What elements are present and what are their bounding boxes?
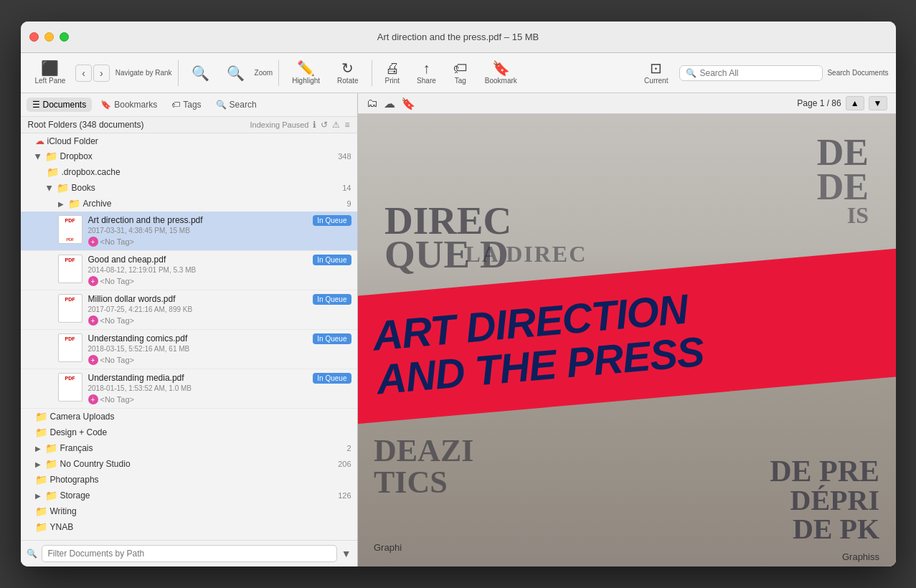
pdf-background: DIREC QUE D DE DE IS ART DIRECTION A [358,114,896,566]
tab-documents-label: Documents [43,100,87,110]
mag-deazi: DEAZI [374,435,473,467]
tab-search-label: Search [230,100,257,110]
filter-bar: 🔍 ▼ [21,540,357,566]
refresh-icon[interactable]: ↺ [321,120,328,130]
zoom-in-button[interactable]: 🔍 [219,63,252,83]
menu-icon[interactable]: ≡ [344,120,349,130]
current-icon: ⊡ [650,61,662,75]
rotate-icon: ↻ [341,61,354,75]
zoom-out-button[interactable]: 🔍 [184,63,217,83]
add-tag-button-0[interactable]: + [88,237,98,247]
share-button[interactable]: ↑ Share [410,58,443,87]
search-input[interactable] [699,68,816,78]
search-box: 🔍 [679,65,823,81]
highlight-button[interactable]: ✏️ Highlight [285,58,327,87]
tab-bookmarks[interactable]: 🔖 Bookmarks [95,98,163,112]
add-tag-button-3[interactable]: + [88,355,98,365]
page-down-button[interactable]: ▼ [869,96,887,110]
sidebar-item-books[interactable]: ▶ 📁 Books 14 [21,180,357,196]
pdf-item-4[interactable]: PDF Understanding media.pdf 2018-01-15, … [21,369,357,409]
mag-depri: DÉPRI [770,486,879,515]
separator-3 [372,60,372,86]
triangle-no-country[interactable]: ▶ [35,460,41,468]
pdf-name-4: Understanding media.pdf [88,373,308,383]
sidebar-item-archive[interactable]: ▶ 📁 Archive 9 [21,196,357,212]
separator-1 [178,60,179,86]
minimize-button[interactable] [44,32,54,42]
magazine-face: DIREC QUE D DE DE IS ART DIRECTION A [358,114,896,566]
archive-count: 9 [346,199,351,208]
back-button[interactable]: ‹ [75,65,92,82]
navigate-label: Navigate by Rank [115,69,172,77]
sidebar-item-no-country-studio[interactable]: ▶ 📁 No Country Studio 206 [21,456,357,472]
sidebar-item-photographs[interactable]: 📁 Photographs [21,472,357,488]
triangle-storage[interactable]: ▶ [35,492,41,500]
print-label: Print [385,77,400,85]
design-code-label: Design + Code [50,427,108,437]
sidebar-item-francais[interactable]: ▶ 📁 Français 2 [21,440,357,456]
viewer-bookmark-icon[interactable]: 🔖 [401,97,415,110]
in-queue-badge-3: In Queue [313,333,351,344]
tag-label: Tag [455,77,466,85]
triangle-dropbox[interactable]: ▶ [34,153,42,159]
maximize-button[interactable] [60,32,69,42]
mag-bottom-left: DEAZI TICS [374,435,473,498]
francais-icon: 📁 [45,442,57,454]
pdf-item-3[interactable]: PDF Understanding comics.pdf 2018-03-15,… [21,330,357,369]
ynab-label: YNAB [50,522,74,532]
print-icon: 🖨 [385,61,400,75]
filter-options-button[interactable]: ▼ [341,548,351,559]
sidebar-item-dropbox-cache[interactable]: 📁 .dropbox.cache [21,164,357,180]
sidebar-item-dropbox[interactable]: ▶ 📁 Dropbox 348 [21,148,357,164]
info-icon[interactable]: ℹ [313,120,316,130]
pdf-name-3: Understanding comics.pdf [88,333,308,343]
pdf-meta-1: 2014-08-12, 12:19:01 PM, 5.3 MB [88,266,308,274]
mag-caption-bottom2: Graphiss [842,551,879,562]
add-tag-button-2[interactable]: + [88,316,98,326]
page-label: Page 1 / 86 [797,98,841,108]
add-tag-button-4[interactable]: + [88,394,98,404]
viewer-cloud-icon[interactable]: ☁ [384,97,395,110]
forward-button[interactable]: › [93,65,110,82]
sidebar-item-ynab[interactable]: 📁 YNAB [21,519,357,535]
triangle-francais[interactable]: ▶ [35,445,41,452]
rotate-button[interactable]: ↻ Rotate [330,58,365,87]
window-title: Art direction and the press.pdf – 15 MB [377,32,539,42]
triangle-books[interactable]: ▶ [45,185,53,191]
pdf-item-0[interactable]: PDF PDF Art direction and the press.pdf … [21,212,357,251]
sidebar-item-storage[interactable]: ▶ 📁 Storage 126 [21,488,357,503]
filter-input[interactable] [42,545,337,562]
add-tag-button-1[interactable]: + [88,276,98,286]
pdf-meta-4: 2018-01-15, 1:53:52 AM, 1.0 MB [88,384,308,392]
nav-group: ‹ › [75,65,109,82]
left-pane-button[interactable]: ⬛ Left Pane [28,58,73,87]
sidebar-item-icloud[interactable]: ☁ iCloud Folder [21,133,357,148]
sidebar-item-camera-uploads[interactable]: 📁 Camera Uploads [21,409,357,425]
tab-search[interactable]: 🔍 Search [210,98,263,112]
sidebar-item-design-code[interactable]: 📁 Design + Code [21,425,357,440]
bookmark-icon: 🔖 [492,61,510,75]
mag-text-right: DE DE IS [817,137,869,226]
bookmark-button[interactable]: 🔖 Bookmark [478,58,524,87]
tab-tags[interactable]: 🏷 Tags [166,98,207,112]
in-queue-badge-1: In Queue [313,255,351,265]
dropbox-label: Dropbox [60,151,93,161]
share-icon: ↑ [422,61,430,75]
sidebar-item-writing[interactable]: 📁 Writing [21,503,357,519]
current-button[interactable]: ⊡ Current [637,58,675,87]
triangle-archive[interactable]: ▶ [58,200,64,208]
tab-documents[interactable]: ☰ Documents [27,98,93,112]
main-area: ☰ Documents 🔖 Bookmarks 🏷 Tags 🔍 Search [21,93,896,566]
close-button[interactable] [29,32,39,42]
tag-button[interactable]: 🏷 Tag [446,58,475,87]
viewer-folder-icon[interactable]: 🗂 [367,97,378,110]
pdf-item-2[interactable]: PDF Million dollar words.pdf 2017-07-25,… [21,290,357,330]
pdf-tag-4: + <No Tag> [88,394,308,404]
print-button[interactable]: 🖨 Print [378,58,407,87]
mag-la-direction: LA DIREC [466,241,587,267]
page-up-button[interactable]: ▲ [846,96,864,110]
icloud-icon: ☁ [35,136,44,146]
archive-folder-icon: 📁 [68,198,80,209]
mag-text-bottom-right: DE PRE DÉPRI DE PK [770,456,879,544]
pdf-item-1[interactable]: PDF Good and cheap.pdf 2014-08-12, 12:19… [21,251,357,290]
